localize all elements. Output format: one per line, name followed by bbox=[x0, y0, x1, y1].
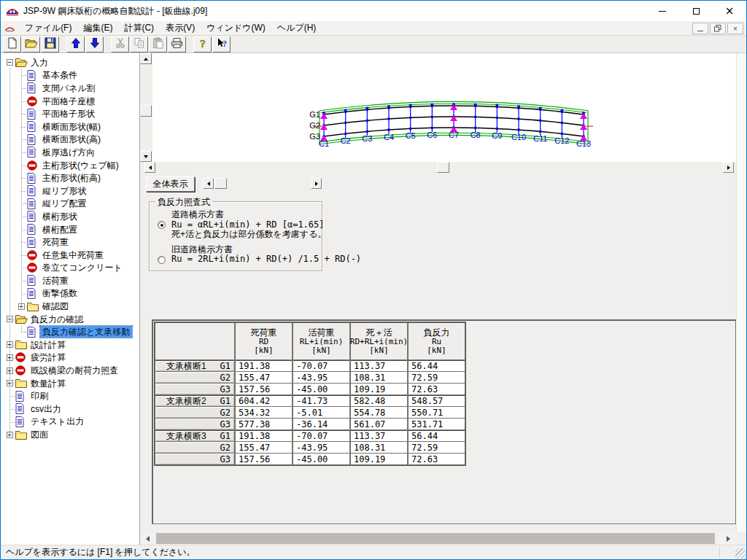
scrollbar-thumb[interactable] bbox=[140, 105, 152, 117]
tree-item-label: 平面格子座標 bbox=[40, 96, 97, 107]
cut-icon bbox=[115, 37, 126, 51]
diagram-horizontal-scrollbar[interactable] bbox=[140, 162, 736, 174]
radio-button[interactable] bbox=[158, 221, 166, 229]
tree-item-28[interactable]: テキスト出力 bbox=[1, 416, 139, 429]
row-girder-label: G2 bbox=[220, 373, 231, 383]
tree-item-label: 既設橋梁の耐荷力照査 bbox=[28, 365, 120, 376]
row-girder-label: G1 bbox=[220, 431, 231, 441]
node-dot bbox=[365, 119, 368, 122]
tree-connector bbox=[9, 409, 15, 410]
document-icon bbox=[15, 416, 28, 427]
menu-item-help[interactable]: ヘルプ(H) bbox=[271, 23, 322, 33]
table-cell: 72.59 bbox=[409, 442, 465, 453]
radio-option-2[interactable]: 旧道路橋示方書Ru = 2RL+i(min) + RD(+) /1.5 + RD… bbox=[150, 245, 322, 265]
expand-minus-icon[interactable]: − bbox=[7, 59, 13, 66]
tree-item-0[interactable]: −入力 bbox=[1, 56, 139, 69]
tree-item-20[interactable]: −負反力の確認 bbox=[1, 313, 139, 326]
save-file-icon bbox=[44, 37, 56, 51]
node-dot bbox=[344, 132, 347, 135]
node-dot bbox=[387, 117, 390, 120]
diagram-vertical-scrollbar[interactable] bbox=[140, 53, 152, 162]
tree-item-label: 支間パネル割 bbox=[40, 82, 98, 94]
view-all-button[interactable]: 全体表示 bbox=[146, 176, 195, 192]
open-file-button[interactable] bbox=[22, 36, 40, 52]
menu-item-edit[interactable]: 編集(E) bbox=[77, 23, 118, 33]
move-down-button[interactable] bbox=[85, 36, 104, 52]
menu-item-view[interactable]: 表示(V) bbox=[160, 23, 201, 33]
scrollbar-thumb[interactable] bbox=[437, 162, 449, 173]
menu-item-window[interactable]: ウィンドウ(W) bbox=[201, 23, 271, 33]
tree-item-label: 確認図 bbox=[40, 300, 71, 312]
context-help-button[interactable]: ? bbox=[212, 36, 231, 52]
tree-item-27[interactable]: csv出力 bbox=[1, 402, 139, 416]
scroll-left-button[interactable] bbox=[142, 532, 154, 545]
save-file-button[interactable] bbox=[41, 36, 59, 52]
table-cell: 155.47 bbox=[236, 442, 292, 453]
window-title: JSP-9W 鋼床版桁の概略自動設計 - [鈑曲線.j09] bbox=[23, 5, 207, 18]
radio-button[interactable] bbox=[158, 256, 166, 264]
no-entry-icon bbox=[27, 160, 40, 171]
new-file-button[interactable] bbox=[3, 36, 21, 52]
menu-item-file[interactable]: ファイル(F) bbox=[19, 23, 77, 33]
help-button[interactable]: ? bbox=[193, 36, 212, 52]
mdi-minimize-button[interactable] bbox=[692, 23, 708, 34]
copy-button bbox=[130, 36, 148, 52]
slider-left-button[interactable] bbox=[203, 178, 214, 189]
table-cell: 72.63 bbox=[409, 454, 465, 464]
tree-item-label: 縦リブ配置 bbox=[40, 198, 89, 209]
tree-item-23[interactable]: +疲労計算 bbox=[1, 351, 139, 365]
tree-item-label: 入力 bbox=[28, 57, 50, 69]
document-icon bbox=[27, 224, 40, 235]
tree-item-26[interactable]: 印刷 bbox=[1, 389, 139, 402]
minimize-button[interactable] bbox=[646, 1, 679, 21]
tree-item-label: 衝撃係数 bbox=[40, 287, 80, 299]
move-up-icon bbox=[70, 37, 82, 51]
tree-item-29[interactable]: +図面 bbox=[1, 428, 139, 441]
arrow-left-icon bbox=[146, 536, 150, 542]
radio-option-1[interactable]: 道路橋示方書Ru = αRL+i(min) + RD [α=1.65]死+活と負… bbox=[150, 210, 322, 240]
close-button[interactable]: × bbox=[713, 1, 746, 21]
table-cell: 157.56 bbox=[236, 454, 292, 464]
no-entry-icon bbox=[15, 352, 28, 362]
tree-connector bbox=[21, 191, 26, 192]
cross-section-label: C8 bbox=[471, 131, 481, 139]
move-up-button[interactable] bbox=[66, 36, 85, 52]
bottom-horizontal-scrollbar[interactable] bbox=[140, 532, 736, 545]
mdi-restore-button[interactable] bbox=[710, 23, 726, 34]
node-dot bbox=[474, 126, 477, 129]
tree-connector bbox=[21, 127, 26, 128]
scroll-up-button[interactable] bbox=[140, 53, 152, 64]
resize-grip[interactable] bbox=[735, 548, 746, 559]
tree-item-label: 図面 bbox=[28, 429, 50, 440]
scrollbar-thumb[interactable] bbox=[156, 533, 715, 544]
document-icon bbox=[15, 403, 28, 414]
scroll-right-button[interactable] bbox=[723, 162, 734, 173]
zoom-slider[interactable] bbox=[203, 178, 322, 190]
table-cell: 109.19 bbox=[351, 454, 407, 464]
slider-thumb[interactable] bbox=[214, 178, 227, 189]
support-marker bbox=[450, 126, 457, 132]
tree-item-24[interactable]: +既設橋梁の耐荷力照査 bbox=[1, 364, 139, 377]
row-girder-label: G2 bbox=[220, 408, 231, 418]
header-line: [kN] bbox=[311, 346, 331, 355]
tree-item-22[interactable]: +設計計算 bbox=[1, 338, 139, 351]
menu-bar: ファイル(F)編集(E)計算(C)表示(V)ウィンドウ(W)ヘルプ(H) bbox=[1, 21, 746, 36]
print-button[interactable] bbox=[168, 36, 186, 52]
scroll-right-button[interactable] bbox=[722, 532, 735, 545]
scroll-left-button[interactable] bbox=[144, 162, 155, 173]
tree-connector bbox=[9, 396, 15, 397]
menu-item-calc[interactable]: 計算(C) bbox=[118, 23, 160, 33]
tree-item-label: テキスト出力 bbox=[28, 416, 86, 427]
uplift-result-table: 死荷重RD[kN]活荷重RL+i(min)[kN]死＋活RD+RL+i(min)… bbox=[154, 322, 466, 466]
tree-item-25[interactable]: +数量計算 bbox=[1, 377, 139, 390]
table-cell: -70.07 bbox=[293, 360, 349, 371]
no-entry-icon bbox=[27, 262, 40, 273]
scroll-down-button[interactable] bbox=[140, 151, 152, 162]
slider-right-button[interactable] bbox=[311, 178, 322, 189]
cross-section-label: C12 bbox=[554, 136, 569, 145]
table-cell: -43.95 bbox=[293, 442, 349, 453]
maximize-button[interactable] bbox=[679, 1, 713, 21]
close-icon: × bbox=[725, 6, 735, 17]
tree-connector bbox=[9, 319, 15, 320]
mdi-close-button[interactable]: × bbox=[727, 23, 743, 34]
